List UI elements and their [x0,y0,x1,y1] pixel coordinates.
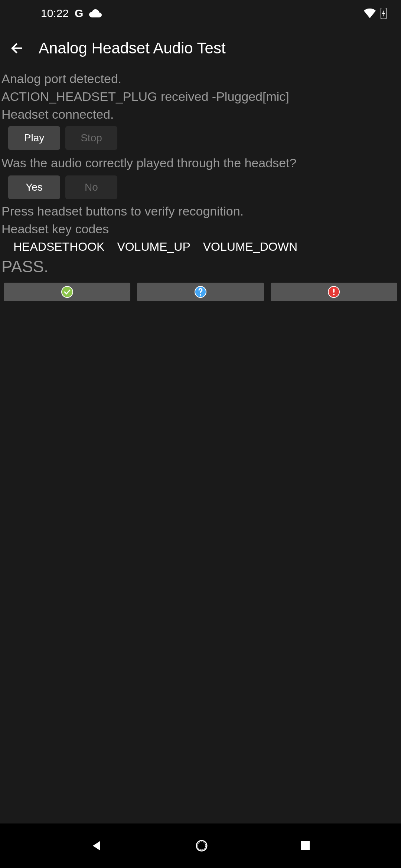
svg-rect-4 [333,289,335,293]
status-line-3: Headset connected. [0,105,401,123]
keycode-item: HEADSETHOOK [13,240,104,254]
fail-button[interactable] [271,283,397,301]
content-area: Analog port detected. ACTION_HEADSET_PLU… [0,70,401,823]
svg-point-0 [62,286,73,297]
playback-question: Was the audio correctly played through t… [0,153,401,172]
alert-circle-icon [328,286,340,298]
test-result: PASS. [0,255,401,280]
google-icon: G [75,7,83,20]
pass-button[interactable] [4,283,130,301]
wifi-icon [364,9,376,18]
no-button: No [65,175,117,199]
nav-home-icon[interactable] [195,839,208,852]
nav-back-icon[interactable] [91,839,103,852]
keycodes-row: HEADSETHOOK VOLUME_UP VOLUME_DOWN [0,238,401,255]
keycodes-label: Headset key codes [0,220,401,238]
battery-charging-icon [380,8,387,19]
play-button[interactable]: Play [8,126,60,150]
svg-point-5 [333,294,335,295]
svg-point-6 [196,841,207,851]
nav-recent-icon[interactable] [300,841,310,851]
question-circle-icon [195,286,206,298]
page-title: Analog Headset Audio Test [39,39,226,57]
instruction-line: Press headset buttons to verify recognit… [0,202,401,220]
status-line-1: Analog port detected. [0,70,401,88]
svg-point-2 [200,294,201,296]
cloud-icon [89,9,102,17]
check-circle-icon [61,286,73,298]
status-time: 10:22 [41,7,69,20]
info-button[interactable] [137,283,264,301]
navigation-bar [0,823,401,868]
svg-rect-8 [301,841,310,850]
status-bar: 10:22 G [0,0,401,27]
keycode-item: VOLUME_UP [117,240,190,254]
app-bar: Analog Headset Audio Test [0,27,401,70]
stop-button: Stop [65,126,117,150]
status-line-2: ACTION_HEADSET_PLUG received -Plugged[mi… [0,88,401,105]
back-arrow-icon[interactable] [10,42,24,55]
yes-button[interactable]: Yes [8,175,60,199]
keycode-item: VOLUME_DOWN [203,240,297,254]
svg-point-7 [198,842,206,850]
